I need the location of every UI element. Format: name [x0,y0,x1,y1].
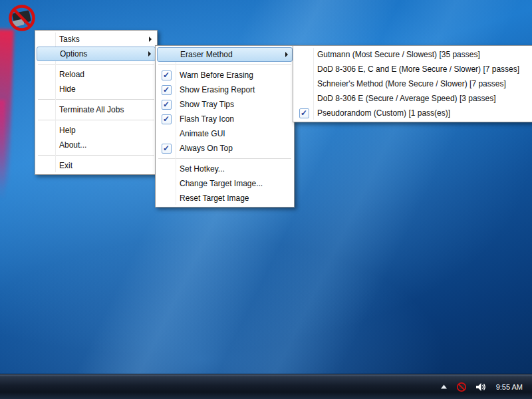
checkmark-icon: ✓ [162,70,172,80]
menu-item-flash-tray-icon[interactable]: ✓ Flash Tray Icon [157,112,293,126]
menu-item-label: Options [56,49,148,59]
menu-separator [38,120,154,120]
menu-item-schneiers-method[interactable]: Schneier's Method (More Secure / Slower)… [295,76,532,91]
menu-item-label: Help [55,126,156,135]
menu-item-about[interactable]: About... [37,138,156,152]
menu-item-label: Reset Target Image [176,194,293,203]
menu-item-always-on-top[interactable]: ✓ Always On Top [157,141,293,156]
menu-item-show-tray-tips[interactable]: ✓ Show Tray Tips [157,97,293,112]
menu-separator [158,65,291,65]
menu-item-label: Animate GUI [176,129,293,138]
system-tray: 9:55 AM [439,374,527,399]
menu-item-terminate-all-jobs[interactable]: Terminate All Jobs [37,102,156,117]
menu-item-label: Change Target Image... [176,179,293,188]
menu-item-label: Set Hotkey... [176,164,293,174]
menu-item-label: Terminate All Jobs [55,105,156,114]
menu-item-set-hotkey[interactable]: Set Hotkey... [157,162,293,176]
menu-separator [38,64,154,65]
eraser-method-submenu: Gutmann (Most Secure / Slowest) [35 pass… [293,45,532,122]
speaker-icon [475,382,486,392]
menu-item-dod-e-c-and-e[interactable]: DoD 8-306 E, C and E (More Secure / Slow… [295,62,532,76]
menu-item-label: Gutmann (Most Secure / Slowest) [35 pass… [313,50,532,59]
menu-item-label: Eraser Method [176,50,285,59]
taskbar: 9:55 AM [0,374,532,399]
menu-item-gutmann[interactable]: Gutmann (Most Secure / Slowest) [35 pass… [295,47,532,62]
menu-separator [38,99,154,100]
options-submenu: Eraser Method ✓ Warn Before Erasing ✓ Sh… [155,45,295,207]
menu-item-hide[interactable]: Hide [37,82,156,96]
menu-item-label: Reload [55,70,156,79]
menu-item-animate-gui[interactable]: Animate GUI [157,126,293,141]
prohibition-icon [5,2,37,34]
menu-item-exit[interactable]: Exit [37,158,156,173]
menu-item-options[interactable]: Options [37,47,156,61]
chevron-up-icon [440,384,448,390]
menu-item-show-erasing-report[interactable]: ✓ Show Erasing Report [157,82,293,97]
menu-item-pseudorandom[interactable]: ✓ Pseudorandom (Custom) [1 pass(es)] [295,106,532,120]
menu-item-eraser-method[interactable]: Eraser Method [157,47,293,62]
menu-separator [158,158,291,159]
checkmark-icon: ✓ [162,85,172,95]
submenu-arrow-icon [285,52,292,57]
menu-item-label: DoD 8-306 E (Secure / Average Speed) [3 … [313,94,532,103]
checkmark-icon: ✓ [162,144,172,154]
checkmark-icon: ✓ [162,100,172,110]
show-hidden-icons-button[interactable] [439,374,449,399]
menu-item-label: Always On Top [176,144,293,153]
menu-item-label: Show Tray Tips [176,100,293,109]
wallpaper-red-streak-2 [0,100,5,200]
menu-separator [38,155,154,156]
volume-button[interactable] [474,374,487,399]
eraser-tray-icon[interactable] [455,374,468,399]
menu-item-reload[interactable]: Reload [37,67,156,82]
menu-item-label: DoD 8-306 E, C and E (More Secure / Slow… [313,65,532,74]
checkmark-icon: ✓ [299,108,309,118]
menu-item-warn-before-erasing[interactable]: ✓ Warn Before Erasing [157,68,293,82]
menu-item-label: Show Erasing Report [176,85,293,94]
menu-item-label: Tasks [55,35,149,44]
menu-item-help[interactable]: Help [37,123,156,138]
submenu-arrow-icon [148,51,155,57]
menu-item-label: Pseudorandom (Custom) [1 pass(es)] [313,108,532,118]
menu-item-dod-e[interactable]: DoD 8-306 E (Secure / Average Speed) [3 … [295,91,532,106]
menu-item-label: Exit [55,161,156,170]
menu-item-change-target-image[interactable]: Change Target Image... [157,176,293,191]
screen: Tasks Options Reload Hide Terminate All … [0,0,532,399]
menu-item-label: About... [55,140,156,150]
menu-item-label: Hide [55,84,156,94]
submenu-arrow-icon [149,37,156,42]
checkmark-icon: ✓ [162,114,172,124]
menu-item-label: Schneier's Method (More Secure / Slower)… [313,79,532,88]
menu-item-reset-target-image[interactable]: Reset Target Image [157,191,293,205]
prohibition-icon-small [456,382,467,392]
tray-context-menu: Tasks Options Reload Hide Terminate All … [35,30,158,175]
eraser-app-icon[interactable] [5,2,37,34]
menu-item-label: Flash Tray Icon [176,114,293,124]
menu-item-tasks[interactable]: Tasks [37,32,156,47]
taskbar-clock[interactable]: 9:55 AM [493,383,527,391]
menu-item-label: Warn Before Erasing [176,70,293,80]
